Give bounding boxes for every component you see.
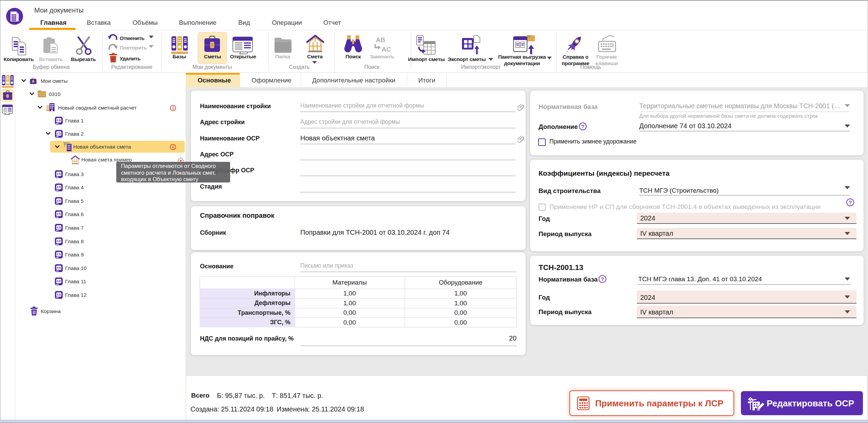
- svg-text:AC: AC: [382, 46, 391, 53]
- svg-text:AB: AB: [376, 37, 385, 43]
